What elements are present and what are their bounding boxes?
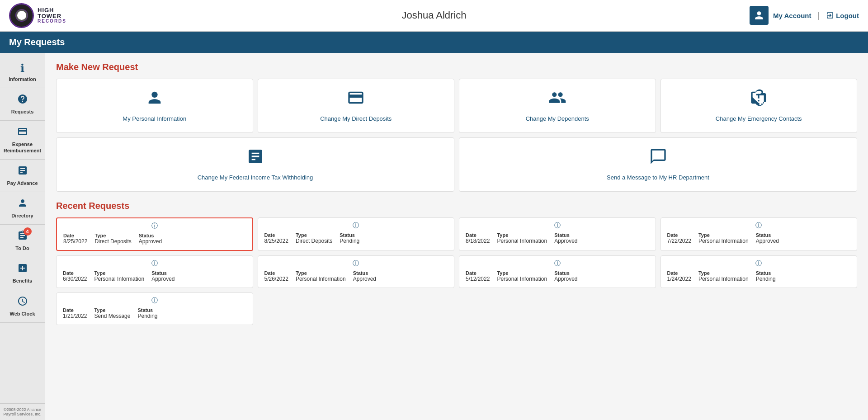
- recent-info-icon: ⓘ: [554, 260, 561, 268]
- recent-info-icon: ⓘ: [353, 260, 359, 268]
- sidebar-item-requests[interactable]: Requests: [0, 88, 45, 121]
- status-header: Status: [756, 232, 779, 238]
- empty-slot: [660, 293, 858, 325]
- recent-request-card[interactable]: ⓘ Date 8/25/2022 Type Direct Deposits St…: [258, 217, 455, 251]
- recent-request-card[interactable]: ⓘ Date 1/21/2022 Type Send Message Statu…: [56, 293, 253, 325]
- type-value: Personal Information: [698, 276, 749, 282]
- sidebar-item-webclock[interactable]: Web Clock: [0, 290, 45, 323]
- type-header: Type: [296, 270, 346, 276]
- date-value: 5/26/2022: [264, 276, 288, 282]
- recent-type-field: Type Personal Information: [94, 270, 144, 282]
- recent-card-fields: Date 8/25/2022 Type Direct Deposits Stat…: [63, 233, 246, 245]
- date-value: 8/18/2022: [466, 238, 490, 244]
- date-header: Date: [63, 270, 87, 276]
- status-header: Status: [353, 270, 376, 276]
- status-value: Approved: [756, 238, 779, 244]
- personal-info-icon: [146, 89, 164, 110]
- status-header: Status: [554, 232, 577, 238]
- recent-date-field: Date 8/25/2022: [63, 233, 87, 245]
- expense-icon: [17, 126, 28, 140]
- type-header: Type: [296, 232, 332, 238]
- sidebar-label-directory: Directory: [11, 213, 33, 219]
- recent-card-fields: Date 1/21/2022 Type Send Message Status …: [63, 307, 246, 319]
- emergency-contacts-label: Change My Emergency Contacts: [716, 115, 802, 123]
- card-personal-info[interactable]: My Personal Information: [56, 79, 253, 133]
- user-avatar: [750, 6, 769, 25]
- recent-card-fields: Date 1/24/2022 Type Personal Information…: [667, 270, 851, 282]
- information-icon: ℹ: [20, 62, 24, 75]
- date-header: Date: [466, 232, 490, 238]
- recent-date-field: Date 5/26/2022: [264, 270, 288, 282]
- status-header: Status: [554, 270, 577, 276]
- recent-request-card[interactable]: ⓘ Date 8/25/2022 Type Direct Deposits St…: [56, 217, 253, 251]
- svg-marker-5: [19, 9, 25, 12]
- card-message-hr[interactable]: Send a Message to My HR Department: [459, 137, 857, 192]
- recent-status-field: Status Approved: [353, 270, 376, 282]
- sidebar-label-expense: Expense Reimbursement: [4, 142, 41, 153]
- empty-slot: [459, 293, 656, 325]
- sidebar-item-pay-advance[interactable]: Pay Advance: [0, 160, 45, 192]
- status-header: Status: [137, 307, 157, 313]
- directory-icon: [17, 198, 28, 211]
- card-direct-deposits[interactable]: Change My Direct Deposits: [258, 79, 455, 133]
- sidebar-label-pay-advance: Pay Advance: [7, 180, 38, 186]
- sidebar-item-expense[interactable]: Expense Reimbursement: [0, 121, 45, 159]
- benefits-icon: [17, 263, 28, 276]
- recent-request-card[interactable]: ⓘ Date 5/26/2022 Type Personal Informati…: [258, 255, 455, 288]
- sidebar-item-information[interactable]: ℹ Information: [0, 57, 45, 88]
- recent-request-card[interactable]: ⓘ Date 5/12/2022 Type Personal Informati…: [459, 255, 656, 288]
- type-value: Direct Deposits: [94, 238, 131, 245]
- recent-status-field: Status Approved: [554, 270, 577, 282]
- recent-type-field: Type Personal Information: [497, 232, 547, 244]
- date-value: 1/24/2022: [667, 276, 691, 282]
- header-user-name: Joshua Aldrich: [401, 9, 466, 21]
- type-header: Type: [698, 270, 749, 276]
- recent-info-icon: ⓘ: [151, 222, 158, 230]
- recent-requests-title: Recent Requests: [56, 201, 857, 211]
- logo-svg: [15, 9, 28, 22]
- recent-request-card[interactable]: ⓘ Date 1/24/2022 Type Personal Informati…: [660, 255, 858, 288]
- card-emergency-contacts[interactable]: Change My Emergency Contacts: [660, 79, 858, 133]
- logout-label: Logout: [836, 12, 859, 19]
- recent-status-field: Status Approved: [151, 270, 175, 282]
- type-header: Type: [698, 232, 749, 238]
- webclock-icon: [17, 296, 28, 309]
- make-new-request-title: Make New Request: [56, 62, 857, 72]
- recent-status-field: Status Approved: [139, 233, 162, 245]
- content-area: Make New Request My Personal Information…: [45, 53, 868, 420]
- recent-card-fields: Date 7/22/2022 Type Personal Information…: [667, 232, 851, 244]
- federal-tax-label: Change My Federal Income Tax Withholding: [198, 174, 313, 182]
- recent-request-card[interactable]: ⓘ Date 6/30/2022 Type Personal Informati…: [56, 255, 253, 288]
- recent-card-fields: Date 5/26/2022 Type Personal Information…: [264, 270, 448, 282]
- date-value: 1/21/2022: [63, 313, 87, 319]
- sidebar-label-requests: Requests: [11, 109, 34, 115]
- new-request-row1: My Personal Information Change My Direct…: [56, 79, 857, 133]
- date-value: 5/12/2022: [466, 276, 490, 282]
- sidebar-item-todo[interactable]: 4 To Do: [0, 225, 45, 257]
- my-account-button[interactable]: My Account: [773, 12, 811, 19]
- status-header: Status: [151, 270, 175, 276]
- svg-point-3: [18, 11, 26, 19]
- logout-button[interactable]: Logout: [826, 11, 859, 19]
- type-value: Personal Information: [698, 238, 749, 244]
- recent-status-field: Status Approved: [756, 232, 779, 244]
- card-dependents[interactable]: Change My Dependents: [459, 79, 656, 133]
- type-value: Personal Information: [497, 276, 547, 282]
- sidebar-item-directory[interactable]: Directory: [0, 192, 45, 225]
- recent-request-card[interactable]: ⓘ Date 7/22/2022 Type Personal Informati…: [660, 217, 858, 251]
- recent-date-field: Date 6/30/2022: [63, 270, 87, 282]
- type-value: Personal Information: [497, 238, 547, 244]
- recent-info-icon: ⓘ: [755, 222, 762, 230]
- type-header: Type: [94, 233, 131, 238]
- todo-badge: 4: [24, 227, 32, 236]
- card-federal-tax[interactable]: Change My Federal Income Tax Withholding: [56, 137, 454, 192]
- recent-request-card[interactable]: ⓘ Date 8/18/2022 Type Personal Informati…: [459, 217, 656, 251]
- recent-requests-row: ⓘ Date 8/25/2022 Type Direct Deposits St…: [56, 217, 857, 251]
- status-header: Status: [340, 232, 359, 238]
- header-right: My Account | Logout: [750, 6, 859, 25]
- sidebar-item-benefits[interactable]: Benefits: [0, 257, 45, 290]
- recent-type-field: Type Send Message: [94, 307, 130, 319]
- sidebar-label-webclock: Web Clock: [9, 311, 35, 317]
- logo-text: HIGH TOWER RECORDS: [38, 7, 66, 24]
- empty-slot: [258, 293, 455, 325]
